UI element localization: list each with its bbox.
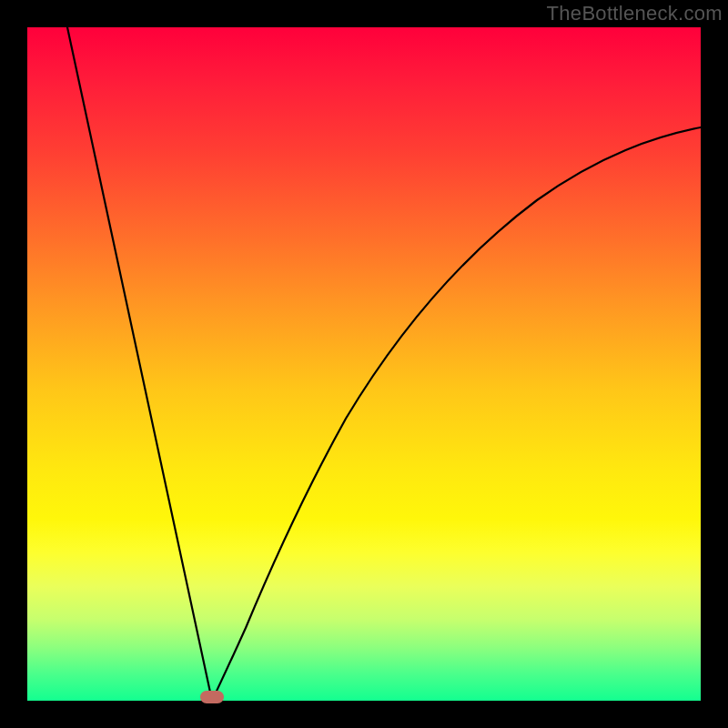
watermark-text: TheBottleneck.com xyxy=(547,2,723,25)
minimum-marker xyxy=(200,691,224,703)
curve-layer xyxy=(27,27,701,701)
bottleneck-curve xyxy=(67,27,701,701)
chart-frame: TheBottleneck.com xyxy=(0,0,728,728)
plot-area xyxy=(27,27,701,701)
